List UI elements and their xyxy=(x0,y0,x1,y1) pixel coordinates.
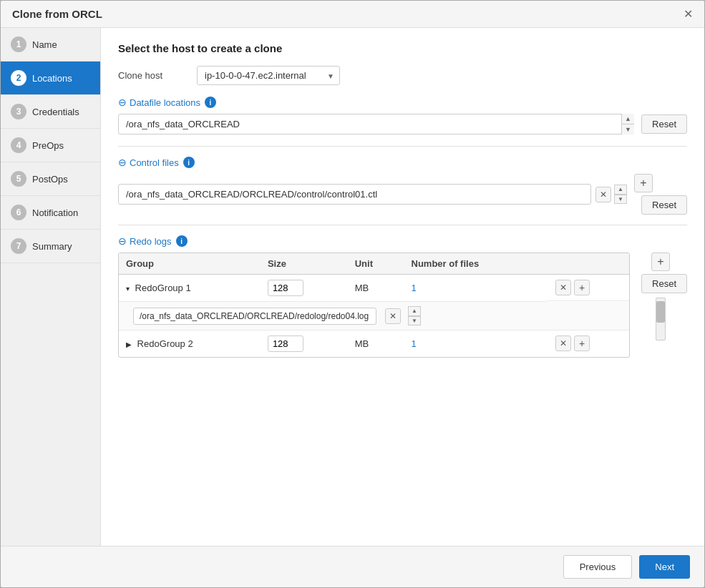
close-button[interactable]: ✕ xyxy=(684,9,693,20)
control-section-header[interactable]: ⊖ Control files i xyxy=(118,157,687,168)
redo-group1-add-button[interactable]: + xyxy=(574,280,590,295)
collapse-icon-redo: ⊖ xyxy=(118,235,127,247)
next-button[interactable]: Next xyxy=(639,555,690,579)
redo-info-icon[interactable]: i xyxy=(176,235,188,247)
nav-num-7: 7 xyxy=(11,238,26,254)
main-content: Select the host to create a clone Clone … xyxy=(101,28,704,546)
table-row: ✕ ▲ ▼ xyxy=(119,302,629,330)
nav-num-1: 1 xyxy=(11,36,26,52)
sidebar-item-locations[interactable]: 2 Locations xyxy=(1,62,100,95)
sidebar-item-name[interactable]: 1 Name xyxy=(1,28,100,62)
redo-sub-down-1[interactable]: ▼ xyxy=(408,316,421,326)
collapse-icon-control: ⊖ xyxy=(118,157,127,168)
dialog-header: Clone from ORCL ✕ xyxy=(1,1,704,28)
redo-sub-row-cell: ✕ ▲ ▼ xyxy=(119,302,629,330)
control-add-button[interactable]: + xyxy=(634,174,653,192)
datafile-scroll-up[interactable]: ▲ xyxy=(622,114,634,124)
redo-size-input-2[interactable] xyxy=(268,335,303,352)
datafile-scroll-down[interactable]: ▼ xyxy=(622,124,634,134)
redo-group2-numfiles: 1 xyxy=(404,330,548,358)
expand-icon-2[interactable]: ▶ xyxy=(126,340,132,348)
sidebar-label-notification: Notification xyxy=(32,207,78,218)
col-unit: Unit xyxy=(348,253,404,275)
col-actions xyxy=(547,253,629,275)
redo-size-input-1[interactable] xyxy=(268,280,303,296)
redo-group2-remove-button[interactable]: ✕ xyxy=(555,335,571,351)
datafile-reset-button[interactable]: Reset xyxy=(641,114,687,134)
redo-group2-add-button[interactable]: + xyxy=(574,335,590,351)
control-path-input[interactable] xyxy=(118,184,591,205)
redo-group2-size xyxy=(261,330,348,358)
col-group: Group xyxy=(119,253,261,275)
redo-sub-updown-1: ▲ ▼ xyxy=(408,306,421,325)
control-file-row: ✕ ▲ ▼ + Reset xyxy=(118,174,687,215)
redo-unit-cell: MB xyxy=(348,275,404,302)
sidebar: 1 Name 2 Locations 3 Credentials 4 PreOp… xyxy=(1,28,101,546)
redo-sub-path-input-1[interactable] xyxy=(133,308,376,325)
control-down-button[interactable]: ▼ xyxy=(614,195,627,205)
section-divider-2 xyxy=(118,225,687,225)
control-label: Control files xyxy=(130,157,179,168)
control-remove-button[interactable]: ✕ xyxy=(595,187,611,202)
previous-button[interactable]: Previous xyxy=(563,555,633,579)
sidebar-label-summary: Summary xyxy=(32,241,72,252)
datafile-info-icon[interactable]: i xyxy=(205,97,216,108)
clone-host-select-wrapper: ip-10-0-0-47.ec2.internal ▼ xyxy=(197,66,340,85)
datafile-input-row: ▲ ▼ Reset xyxy=(118,114,687,134)
control-input-group: ✕ ▲ ▼ xyxy=(118,184,627,205)
redo-group1-remove-button[interactable]: ✕ xyxy=(555,280,571,295)
datafile-scroll-buttons: ▲ ▼ xyxy=(621,114,634,134)
redo-sub-input-row: ✕ ▲ ▼ xyxy=(133,306,615,325)
nav-num-2: 2 xyxy=(11,70,26,86)
col-numfiles: Number of files xyxy=(404,253,548,275)
sidebar-item-postops[interactable]: 5 PostOps xyxy=(1,162,100,196)
redo-outer: Group Size Unit Number of files xyxy=(118,253,687,358)
col-size: Size xyxy=(261,253,348,275)
sidebar-label-preops: PreOps xyxy=(32,140,64,151)
table-row: ▶ RedoGroup 2 MB 1 xyxy=(119,330,629,358)
datafile-input-wrap: ▲ ▼ xyxy=(118,114,634,134)
datafile-path-input[interactable] xyxy=(118,114,634,134)
section-divider-1 xyxy=(118,146,687,147)
expand-icon-1[interactable]: ▾ xyxy=(126,285,130,293)
section-title: Select the host to create a clone xyxy=(118,42,687,54)
sidebar-item-credentials[interactable]: 3 Credentials xyxy=(1,95,100,129)
redo-sub-up-1[interactable]: ▲ xyxy=(408,306,421,316)
datafile-section-header[interactable]: ⊖ Datafile locations i xyxy=(118,97,687,108)
clone-host-row: Clone host ip-10-0-0-47.ec2.internal ▼ xyxy=(118,66,687,85)
redo-row-actions: ✕ + xyxy=(547,275,629,301)
redo-numfiles-link-2[interactable]: 1 xyxy=(412,338,417,349)
redo-numfiles-link-1[interactable]: 1 xyxy=(412,283,417,293)
redo-add-group-button[interactable]: + xyxy=(651,253,670,271)
redo-group-cell: ▾ RedoGroup 1 xyxy=(119,275,261,302)
redo-table-container: Group Size Unit Number of files xyxy=(118,253,630,358)
nav-num-6: 6 xyxy=(11,205,26,220)
redo-numfiles-cell: 1 xyxy=(404,275,548,302)
sidebar-item-summary[interactable]: 7 Summary xyxy=(1,230,100,263)
clone-host-select[interactable]: ip-10-0-0-47.ec2.internal xyxy=(197,66,340,85)
redo-sub-remove-button-1[interactable]: ✕ xyxy=(385,308,401,324)
table-header-row: Group Size Unit Number of files xyxy=(119,253,629,275)
nav-num-3: 3 xyxy=(11,104,26,119)
sidebar-item-preops[interactable]: 4 PreOps xyxy=(1,129,100,162)
redo-label: Redo logs xyxy=(130,236,172,247)
sidebar-label-credentials: Credentials xyxy=(32,107,79,117)
redo-group2-actions: ✕ + xyxy=(547,330,629,356)
sidebar-item-notification[interactable]: 6 Notification xyxy=(1,196,100,230)
control-info-icon[interactable]: i xyxy=(183,157,195,168)
redo-reset-button[interactable]: Reset xyxy=(641,274,687,293)
control-plus-reset-col: + Reset xyxy=(634,174,687,215)
dialog-body: 1 Name 2 Locations 3 Credentials 4 PreOp… xyxy=(1,28,704,546)
dialog-title: Clone from ORCL xyxy=(12,8,102,20)
redo-group2-cell: ▶ RedoGroup 2 xyxy=(119,330,261,358)
dialog-footer: Previous Next xyxy=(1,546,704,587)
control-reset-button[interactable]: Reset xyxy=(641,195,687,215)
control-up-button[interactable]: ▲ xyxy=(614,185,627,195)
redo-section-header[interactable]: ⊖ Redo logs i xyxy=(118,235,687,247)
redo-scrollbar[interactable] xyxy=(656,298,666,340)
redo-side-panel: + Reset xyxy=(634,253,687,340)
sidebar-label-locations: Locations xyxy=(32,73,72,84)
control-updown-buttons: ▲ ▼ xyxy=(614,185,627,204)
sidebar-label-name: Name xyxy=(32,39,57,50)
redo-group2-unit: MB xyxy=(348,330,404,358)
